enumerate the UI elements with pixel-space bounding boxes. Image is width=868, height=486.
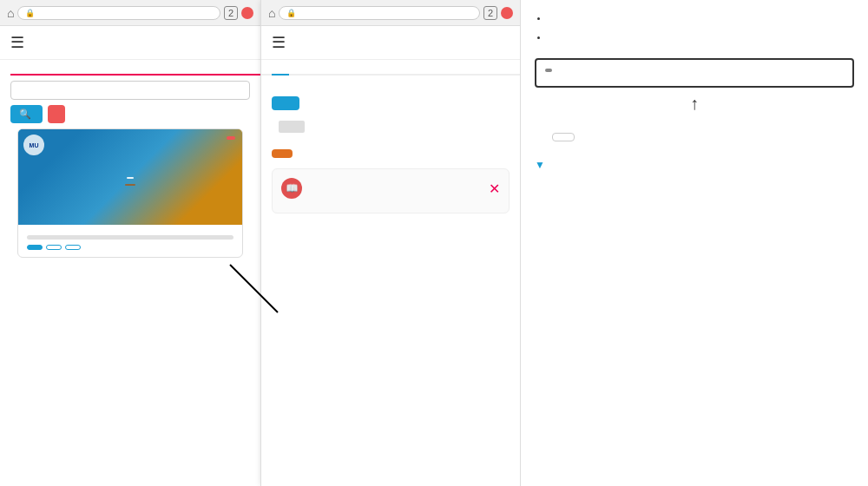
show-all-row (535, 133, 854, 141)
search-icon: 🔍 (19, 108, 31, 120)
tab-discussion[interactable] (289, 60, 306, 76)
tab-count-middle[interactable]: 2 (483, 6, 497, 20)
right-panel: ↑ ▼ (521, 0, 868, 486)
browser-bar-middle: ⌂ 🔒 2 (261, 0, 520, 26)
tag-btn-announce[interactable] (27, 245, 43, 250)
course-list: MU (0, 128, 260, 486)
lo-list (535, 10, 854, 48)
url-bar-middle[interactable]: 🔒 (279, 6, 479, 20)
lo5-item (549, 30, 854, 45)
browser-bar-left: ⌂ 🔒 2 (0, 0, 260, 26)
middle-panel: ⌂ 🔒 2 ☰ (260, 0, 521, 486)
nav-tabs (261, 60, 520, 76)
clear-button[interactable] (48, 105, 65, 123)
progress-box (279, 121, 305, 133)
home-icon-middle[interactable]: ⌂ (268, 6, 275, 20)
desc-header: 📖 ✕ (281, 178, 500, 199)
close-btn-middle[interactable] (501, 7, 513, 19)
search-area: 🔍 (0, 81, 260, 128)
chevron-down-icon: ▼ (535, 159, 545, 171)
view-all-button[interactable] (272, 149, 293, 158)
close-description-icon[interactable]: ✕ (489, 181, 500, 197)
lo4-item (549, 10, 854, 26)
search-input[interactable] (10, 81, 250, 100)
section-title-left (0, 60, 260, 69)
hamburger-menu-middle[interactable]: ☰ (272, 33, 286, 52)
lock-icon: 🔒 (25, 9, 35, 17)
tab-count-left[interactable]: 2 (224, 6, 238, 20)
show-all-button[interactable] (552, 133, 575, 141)
course-info (18, 225, 242, 257)
policy-box: ↑ (535, 58, 854, 88)
hamburger-menu-left[interactable]: ☰ (10, 33, 24, 52)
middle-content: 📖 ✕ (261, 76, 520, 486)
tab-frequency[interactable] (306, 60, 324, 76)
progress-row (272, 121, 510, 133)
search-button[interactable]: 🔍 (10, 105, 43, 123)
tag-btn-cancel[interactable] (65, 245, 81, 250)
section-subtitle-left (10, 69, 260, 76)
app-header-middle: ☰ (261, 26, 520, 60)
course-image-text (125, 168, 135, 186)
mula-label (127, 177, 134, 179)
url-bar-left[interactable]: 🔒 (17, 6, 220, 20)
tag-btn-activity[interactable] (46, 245, 62, 250)
close-btn-left[interactable] (241, 7, 253, 19)
for-comm-text (125, 184, 135, 186)
lock-icon-middle: 🔒 (286, 9, 296, 17)
description-card: 📖 ✕ (272, 168, 510, 213)
tab-course[interactable] (272, 60, 289, 76)
down-arrow-icon: ↑ (690, 94, 699, 114)
left-panel: ⌂ 🔒 2 ☰ 🔍 (0, 0, 260, 486)
app-header-left: ☰ (0, 26, 260, 60)
policy-icon (545, 69, 552, 72)
desc-icon: 📖 (281, 178, 302, 199)
action-btns (27, 245, 233, 250)
progress-bar-bg (27, 235, 233, 240)
home-icon[interactable]: ⌂ (7, 6, 14, 20)
laen-badge (227, 136, 235, 140)
course-card: MU (17, 128, 243, 258)
start-course-button[interactable] (272, 96, 299, 110)
course-image: MU (18, 129, 242, 225)
unit-expand[interactable]: ▼ (535, 159, 854, 171)
uni-logo-small: MU (23, 135, 44, 155)
